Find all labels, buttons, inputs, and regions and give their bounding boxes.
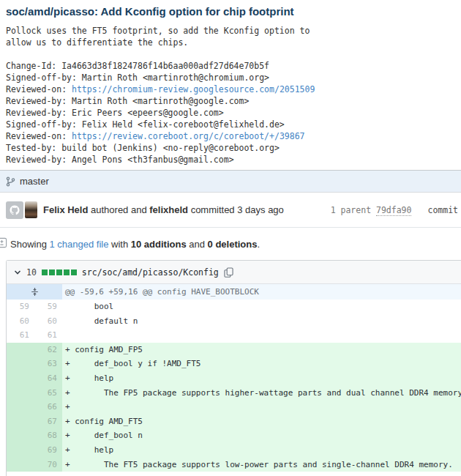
diffstat-with: with xyxy=(108,239,130,250)
diff-line-content: default n xyxy=(62,314,461,329)
diff-line-row: 69+ help xyxy=(7,443,461,458)
diff-line-row: 62+ config AMD_FP5 xyxy=(7,343,461,357)
new-line-number: 61 xyxy=(34,328,62,343)
diff-line-content: + xyxy=(62,400,461,414)
old-line-number: 61 xyxy=(7,328,34,343)
addition-block xyxy=(42,269,48,275)
file-change-count: 10 xyxy=(26,267,37,278)
diff-line-content: + def_bool y if !AMD_FT5 xyxy=(62,357,461,371)
diff-box: 10 src/soc/amd/picasso/Kconfig @@ -59,6 … xyxy=(6,260,461,476)
commit-word: commit xyxy=(427,205,458,215)
diff-line-row: 63+ def_bool y if !AMD_FT5 xyxy=(7,357,461,371)
committer-name[interactable]: felixheld xyxy=(149,204,188,215)
diff-line-row: 65+ The FP5 package supports higher-watt… xyxy=(7,386,461,401)
old-line-number xyxy=(7,343,34,357)
diff-file-header: 10 src/soc/amd/picasso/Kconfig xyxy=(7,261,461,284)
new-line-number: 67 xyxy=(34,414,62,429)
diffstat-prefix: Showing xyxy=(10,239,49,250)
diff-line-row: 64+ help xyxy=(7,371,461,386)
diff-line-row: 68+ def_bool n xyxy=(7,428,461,443)
diff-line-row: 6161 xyxy=(7,328,461,343)
committer-avatar[interactable] xyxy=(25,201,37,218)
old-line-number xyxy=(7,428,34,443)
diff-line-row: 70+ The FT5 package supports low-power p… xyxy=(7,458,461,472)
author-avatar[interactable] xyxy=(6,201,23,219)
diff-line-content: @@ -59,6 +59,16 @@ config HAVE_BOOTBLOCK xyxy=(62,284,461,300)
diff-line-row: 67+ config AMD_FT5 xyxy=(7,414,461,429)
new-line-number: 63 xyxy=(34,357,62,371)
diff-line-content: + The FT5 package supports low-power par… xyxy=(62,458,461,472)
addition-block xyxy=(49,269,55,275)
parent-text: 1 parent 79dfa90 xyxy=(331,205,412,215)
committed-ago-text: committed 3 days ago xyxy=(188,204,284,215)
old-line-number xyxy=(7,386,34,401)
chevron-down-icon[interactable] xyxy=(14,269,21,276)
diff-line-content: + The FP5 package supports higher-wattag… xyxy=(62,386,461,401)
addition-block xyxy=(56,269,62,275)
old-line-number xyxy=(7,371,34,386)
diff-line-content: + help xyxy=(62,371,461,386)
diff-filler-row xyxy=(7,472,461,476)
old-line-number xyxy=(7,458,34,472)
diff-line-content: bool xyxy=(62,300,461,314)
diff-line-row: 6060 default n xyxy=(7,314,461,329)
new-line-number: 60 xyxy=(34,314,62,329)
diff-line-content xyxy=(62,328,461,343)
diff-line-content: + def_bool n xyxy=(62,428,461,443)
diffstat-and: and xyxy=(187,239,208,250)
new-line-number: 69 xyxy=(34,443,62,458)
diff-file-icon xyxy=(0,237,7,250)
old-line-number xyxy=(7,414,34,429)
parent-info: 1 parent 79dfa90 commit xyxy=(331,205,458,215)
author-mid-text: authored and xyxy=(88,204,149,215)
old-line-number: 59 xyxy=(7,300,34,314)
diffstat-blocks xyxy=(42,269,77,275)
avatars xyxy=(6,201,37,219)
diff-line-row: 5959 bool xyxy=(7,300,461,314)
old-line-number xyxy=(7,400,34,414)
branch-bar: master xyxy=(0,170,461,193)
commit-meta-row: Felix Held authored and felixheld commit… xyxy=(0,193,461,228)
parent-label: 1 parent xyxy=(331,205,376,215)
changed-files-link[interactable]: 1 changed file xyxy=(49,239,108,250)
diff-line-content: + help xyxy=(62,443,461,458)
commit-title: soc/amd/picasso: Add Kconfig option for … xyxy=(6,4,455,19)
branch-link[interactable]: master xyxy=(20,176,49,187)
new-line-number: 68 xyxy=(34,428,62,443)
addition-block xyxy=(71,269,77,275)
new-line-number: 59 xyxy=(34,300,62,314)
unfold-icon[interactable] xyxy=(31,287,39,297)
addition-block xyxy=(64,269,70,275)
deletions-count: 0 deletions xyxy=(208,239,258,250)
commit-message: Pollock uses the FT5 footprint, so add t… xyxy=(6,25,455,166)
review-url-link[interactable]: https://chromium-review.googlesource.com… xyxy=(72,84,315,94)
new-line-number: 62 xyxy=(34,343,62,357)
new-line-number: 66 xyxy=(34,400,62,414)
new-line-number: 64 xyxy=(34,371,62,386)
author-name[interactable]: Felix Held xyxy=(43,204,88,215)
old-line-number xyxy=(7,443,34,458)
new-line-number: 70 xyxy=(34,458,62,472)
old-line-number: 60 xyxy=(7,314,34,329)
diff-line-content: + config AMD_FT5 xyxy=(62,414,461,429)
diffstat-row: Showing 1 changed file with 10 additions… xyxy=(0,228,461,250)
review-url-link[interactable]: https://review.coreboot.org/c/coreboot/+… xyxy=(72,131,305,141)
parent-sha-link[interactable]: 79dfa90 xyxy=(376,205,411,216)
diff-lines: @@ -59,6 +59,16 @@ config HAVE_BOOTBLOCK… xyxy=(7,284,461,476)
old-line-number xyxy=(7,357,34,371)
diffstat-text: Showing 1 changed file with 10 additions… xyxy=(10,239,260,250)
git-branch-icon xyxy=(6,176,15,187)
diff-line-content: + config AMD_FP5 xyxy=(62,343,461,357)
octocat-icon xyxy=(9,204,20,216)
diffstat-period: . xyxy=(257,239,260,250)
diff-line-row: 66+ xyxy=(7,400,461,414)
hunk-gutter xyxy=(7,284,62,300)
copy-icon[interactable] xyxy=(224,267,233,278)
diff-line-row: @@ -59,6 +59,16 @@ config HAVE_BOOTBLOCK xyxy=(7,284,461,300)
author-line: Felix Held authored and felixheld commit… xyxy=(43,204,284,215)
new-line-number: 65 xyxy=(34,386,62,401)
file-name-link[interactable]: src/soc/amd/picasso/Kconfig xyxy=(82,267,219,278)
additions-count: 10 additions xyxy=(131,239,187,250)
